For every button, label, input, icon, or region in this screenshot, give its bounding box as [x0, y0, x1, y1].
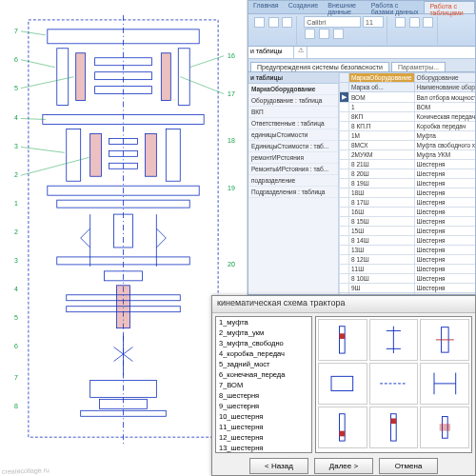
list-item[interactable]: 3_муфта_свободно: [216, 338, 311, 348]
ribbon-tab-home[interactable]: Главная: [248, 1, 284, 13]
list-item[interactable]: 10_шестерня: [216, 411, 311, 422]
bold-button[interactable]: [305, 29, 315, 39]
list-item[interactable]: 9_шестерня: [216, 401, 311, 411]
thumb-8[interactable]: [369, 407, 419, 448]
fx-icon: ⚠: [294, 47, 307, 58]
copy-button[interactable]: [282, 17, 292, 28]
thumb-1[interactable]: [318, 319, 367, 361]
list-item[interactable]: 1_муфта: [216, 317, 311, 327]
list-item[interactable]: 13_шестерня: [216, 443, 311, 453]
table-row[interactable]: 9ШШестерняТД "Южноуральский: [340, 284, 477, 293]
svg-line-57: [189, 56, 224, 68]
svg-text:5: 5: [14, 85, 18, 91]
table-row[interactable]: 15ШШестерняТД "Южноуральский: [340, 227, 477, 236]
col-header[interactable]: [340, 73, 349, 83]
block-list[interactable]: 1_муфта2_муфта_укм3_муфта_свободно4_коро…: [215, 316, 312, 453]
table-row[interactable]: 2МУКММуфта УКМООО "ТД Спецшинен: [340, 150, 477, 160]
ribbon-tab-create[interactable]: Создание: [284, 1, 324, 13]
table-row[interactable]: ▶ВОМВал отбора мощности"Агродетальимпорт…: [340, 92, 477, 103]
thumb-4[interactable]: [318, 363, 367, 405]
table-row[interactable]: 8 10ШШестерняТД "Южноуральский: [340, 274, 477, 284]
table-row[interactable]: 1ММуфтаООО "ТД Спецшинен: [340, 131, 477, 141]
nav-item[interactable]: подразделение: [248, 175, 338, 187]
ribbon-group-records: [391, 16, 438, 45]
table-row[interactable]: 13ШШестерняТД "Южноуральский: [340, 246, 477, 255]
svg-line-52: [21, 60, 55, 68]
nav-item[interactable]: Подразделения : таблица: [248, 187, 338, 198]
svg-rect-66: [331, 376, 353, 390]
thumb-3[interactable]: [420, 319, 469, 361]
thumb-9[interactable]: [420, 407, 469, 448]
list-item[interactable]: 4_коробка_передач: [216, 348, 311, 359]
table-row[interactable]: 11ШШестерняТД "Южноуральский: [340, 265, 477, 274]
table-row[interactable]: 18ШШестерняТД "Южноуральский: [340, 188, 477, 198]
svg-text:8: 8: [14, 403, 18, 409]
list-item[interactable]: 6_конечная_переда: [216, 369, 311, 380]
cut-button[interactable]: [268, 17, 279, 28]
nav-item[interactable]: Ответственные : таблица: [248, 118, 338, 129]
cancel-button[interactable]: Отмена: [379, 458, 438, 474]
svg-text:6: 6: [14, 56, 18, 63]
name-box[interactable]: и таблицы: [248, 47, 294, 58]
list-item[interactable]: 11_шестерня: [216, 422, 311, 432]
dialog-buttons: < Назад Далее > Отмена: [212, 456, 475, 476]
table-row[interactable]: 8 12ШШестерняТД "Южноуральский: [340, 255, 477, 265]
underline-button[interactable]: [333, 29, 344, 39]
thumb-6[interactable]: [420, 363, 469, 405]
list-item[interactable]: 2_муфта_укм: [216, 327, 311, 338]
datasheet-grid[interactable]: МаркаОборудованиеОборудованиеОтветственн…: [339, 72, 476, 295]
svg-text:6: 6: [14, 343, 18, 349]
ribbon-tab-db[interactable]: Работа с базами данных: [367, 1, 425, 13]
svg-rect-13: [90, 133, 102, 176]
svg-rect-73: [391, 414, 397, 441]
table-row[interactable]: 8 19ШШестерняТД "Южноуральский: [340, 179, 477, 188]
font-size-select[interactable]: 11: [363, 16, 384, 28]
svg-rect-4: [178, 49, 189, 106]
col-subheader[interactable]: [340, 83, 349, 92]
sheet-tab-warning[interactable]: Предупреждения системы безопасности: [250, 62, 389, 71]
table-row[interactable]: 8 15ШШестерняТД "Южноуральский: [340, 217, 477, 227]
list-item[interactable]: 5_задний_мост: [216, 359, 311, 369]
svg-text:17: 17: [228, 90, 235, 97]
col-subheader[interactable]: Наименование оборудования: [414, 83, 476, 92]
table-row[interactable]: 16ШШестерняТД "Южноуральский: [340, 208, 477, 217]
table-row[interactable]: 8 14ШШестерняТД "Южноуральский: [340, 236, 477, 246]
list-item[interactable]: 7_ВОМ: [216, 380, 311, 390]
back-button[interactable]: < Назад: [249, 458, 308, 474]
col-header[interactable]: МаркаОборудование: [349, 73, 415, 83]
sheet-tab-params[interactable]: Параметры...: [391, 62, 446, 71]
paste-button[interactable]: [254, 17, 265, 28]
thumb-7[interactable]: [318, 407, 367, 448]
nav-item[interactable]: Оборудование : таблица: [248, 95, 338, 107]
thumb-5[interactable]: [369, 363, 419, 405]
table-row[interactable]: 8МСХМуфта свободного ходаООО "ТД Спецшин…: [340, 141, 477, 150]
nav-item[interactable]: МаркаОборудование: [248, 84, 338, 95]
nav-item[interactable]: ремонтИРстояния: [248, 152, 338, 164]
table-row[interactable]: 8КПКоническая передача"Агродетальимпорт …: [340, 112, 477, 122]
svg-text:7: 7: [14, 374, 18, 381]
save-button[interactable]: [423, 17, 433, 28]
svg-text:2: 2: [14, 171, 18, 178]
list-item[interactable]: 12_шестерня: [216, 432, 311, 443]
ribbon-tab-tabletools[interactable]: Работа с таблицами: [424, 1, 475, 13]
table-row[interactable]: 8 17ШШестерняТД "Южноуральский: [340, 198, 477, 208]
thumb-2[interactable]: [369, 319, 419, 361]
refresh-button[interactable]: [395, 17, 406, 28]
italic-button[interactable]: [319, 29, 329, 39]
nav-item[interactable]: ВКП: [248, 107, 338, 118]
nav-item[interactable]: ЕдиницыСтоимости : таб...: [248, 141, 338, 152]
dialog-title: кинематическая схема трактора: [212, 296, 475, 313]
col-header[interactable]: Оборудование: [414, 73, 476, 83]
table-row[interactable]: 1ВОМ"Агродетальимпорт Л: [340, 103, 477, 112]
col-subheader[interactable]: Марка об...: [349, 83, 415, 92]
next-button[interactable]: Далее >: [314, 458, 373, 474]
table-row[interactable]: 8 20ШШестерняТД "Южноуральский: [340, 169, 477, 179]
list-item[interactable]: 8_шестерня: [216, 390, 311, 401]
nav-item[interactable]: РемонтыИРстояния : таб...: [248, 164, 338, 175]
nav-item[interactable]: единицыСтоимости: [248, 129, 338, 141]
table-row[interactable]: 8 КП.ПКоробка передач: [340, 122, 477, 131]
ribbon-tab-external[interactable]: Внешние данные: [323, 1, 367, 13]
new-button[interactable]: [409, 17, 420, 28]
font-name-select[interactable]: Calibri: [304, 16, 361, 28]
table-row[interactable]: 8 21ШШестерняТД "Южноуральский: [340, 160, 477, 169]
